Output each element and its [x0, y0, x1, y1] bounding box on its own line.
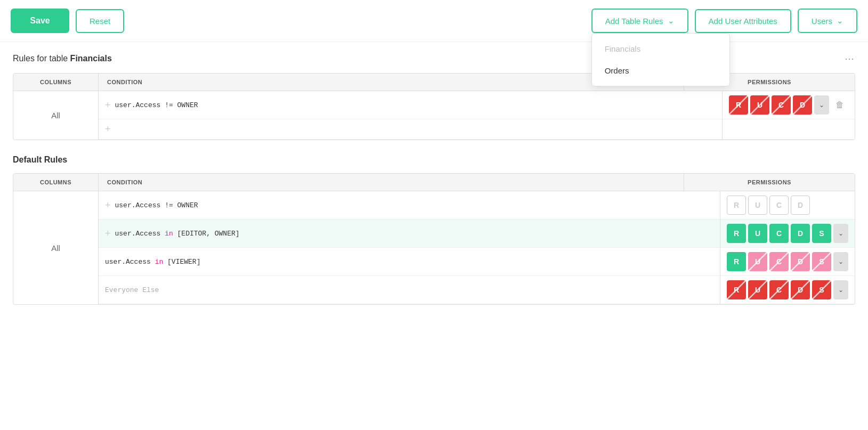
- default-perm-s2[interactable]: S: [812, 224, 831, 243]
- default-perm-s3[interactable]: S: [812, 252, 831, 271]
- default-permissions-chevron-4[interactable]: ⌄: [833, 280, 848, 299]
- default-rules-title: Default Rules: [13, 155, 855, 165]
- default-perm-c1[interactable]: C: [769, 196, 789, 215]
- perm-u[interactable]: U: [750, 95, 769, 115]
- default-perm-d2[interactable]: D: [791, 224, 810, 243]
- default-perm-d3[interactable]: D: [791, 252, 810, 271]
- main-content: Rules for table Financials ⋯ COLUMNS CON…: [0, 42, 868, 330]
- perm-c[interactable]: C: [772, 95, 791, 115]
- default-permissions-chevron-2[interactable]: ⌄: [833, 224, 848, 243]
- financials-table-body: All + user.Access != OWNER R U: [13, 91, 855, 140]
- financials-permissions-row1: R U C: [723, 91, 855, 119]
- financials-condition-row2: +: [99, 119, 723, 140]
- default-perm-u3[interactable]: U: [748, 252, 767, 271]
- default-condition-text-1: user.Access != OWNER: [115, 201, 198, 209]
- default-perm-r3[interactable]: R: [727, 252, 746, 271]
- financials-all-cell: All: [13, 91, 99, 140]
- svg-line-2: [772, 95, 791, 115]
- dropdown-item-financials[interactable]: Financials: [592, 38, 729, 60]
- svg-line-3: [793, 95, 812, 115]
- add-table-rules-dropdown: Financials Orders: [591, 33, 730, 86]
- default-condition-text-4: Everyone Else: [105, 286, 159, 294]
- add-condition-icon-d2[interactable]: +: [105, 228, 111, 239]
- perm-r[interactable]: R: [729, 95, 748, 115]
- default-condition-row1: + user.Access != OWNER: [99, 191, 720, 220]
- default-permissions-row2: R U C D S ⌄: [720, 220, 855, 248]
- default-perm-r2[interactable]: R: [727, 224, 746, 243]
- svg-line-10: [769, 280, 789, 299]
- condition-text-1: user.Access != OWNER: [115, 101, 198, 109]
- default-col-header-condition: CONDITION: [99, 174, 684, 191]
- default-permissions-row3: R U C D S ⌄: [720, 248, 855, 276]
- default-perm-c4[interactable]: C: [769, 280, 789, 299]
- svg-line-11: [791, 280, 810, 299]
- perm-d[interactable]: D: [793, 95, 812, 115]
- default-perm-r1[interactable]: R: [727, 196, 746, 215]
- default-perm-s4[interactable]: S: [812, 280, 831, 299]
- default-perm-u4[interactable]: U: [748, 280, 767, 299]
- default-permissions-chevron-3[interactable]: ⌄: [833, 252, 848, 271]
- permissions-chevron-button[interactable]: ⌄: [814, 95, 829, 115]
- more-options-icon[interactable]: ⋯: [845, 53, 855, 64]
- reset-button[interactable]: Reset: [76, 9, 124, 33]
- svg-line-12: [812, 280, 831, 299]
- default-table-body: All + user.Access != OWNER R U C D + use…: [13, 191, 855, 304]
- svg-line-4: [748, 252, 767, 271]
- default-col-header-columns: COLUMNS: [13, 174, 99, 191]
- delete-rule-button[interactable]: 🗑: [831, 98, 848, 112]
- svg-line-6: [791, 252, 810, 271]
- financials-permissions-row2: [723, 119, 855, 140]
- add-table-rules-dropdown-container: Add Table Rules ⌄ Financials Orders: [591, 9, 688, 33]
- default-all-cell: All: [13, 191, 99, 304]
- users-button[interactable]: Users ⌄: [798, 9, 857, 33]
- svg-line-7: [812, 252, 831, 271]
- financials-condition-row1: + user.Access != OWNER: [99, 91, 723, 119]
- default-permissions-row4: R U C D S ⌄: [720, 276, 855, 304]
- svg-line-5: [769, 252, 789, 271]
- default-rules-table: COLUMNS CONDITION PERMISSIONS All + user…: [13, 173, 855, 305]
- default-perm-u1[interactable]: U: [748, 196, 767, 215]
- toolbar: Save Reset Add Table Rules ⌄ Financials …: [0, 0, 868, 42]
- add-condition-icon-2[interactable]: +: [105, 124, 111, 135]
- save-button[interactable]: Save: [11, 9, 69, 33]
- default-col-header-permissions: PERMISSIONS: [684, 174, 855, 191]
- add-table-rules-button[interactable]: Add Table Rules ⌄: [591, 9, 688, 33]
- default-condition-text-2: user.Access in [EDITOR, OWNER]: [115, 230, 240, 238]
- chevron-down-icon: ⌄: [668, 16, 675, 26]
- default-perm-r4[interactable]: R: [727, 280, 746, 299]
- add-user-attributes-button[interactable]: Add User Attributes: [695, 9, 791, 33]
- add-condition-icon[interactable]: +: [105, 100, 111, 111]
- default-perm-u2[interactable]: U: [748, 224, 767, 243]
- default-perm-c3[interactable]: C: [769, 252, 789, 271]
- svg-line-9: [748, 280, 767, 299]
- default-table-header: COLUMNS CONDITION PERMISSIONS: [13, 174, 855, 191]
- svg-line-0: [729, 95, 748, 115]
- add-condition-icon-d1[interactable]: +: [105, 200, 111, 211]
- default-condition-row3: user.Access in [VIEWER]: [99, 248, 720, 276]
- default-condition-row2: + user.Access in [EDITOR, OWNER]: [99, 220, 720, 248]
- chevron-down-icon: ⌄: [837, 16, 843, 26]
- default-condition-text-3: user.Access in [VIEWER]: [105, 258, 200, 266]
- default-perm-c2[interactable]: C: [769, 224, 789, 243]
- default-perm-d4[interactable]: D: [791, 280, 810, 299]
- default-perm-d1[interactable]: D: [791, 196, 810, 215]
- dropdown-item-orders[interactable]: Orders: [592, 60, 729, 82]
- svg-line-1: [750, 95, 769, 115]
- col-header-columns: COLUMNS: [13, 74, 99, 91]
- default-permissions-row1: R U C D: [720, 191, 855, 220]
- default-condition-row4: Everyone Else: [99, 276, 720, 304]
- svg-line-8: [727, 280, 746, 299]
